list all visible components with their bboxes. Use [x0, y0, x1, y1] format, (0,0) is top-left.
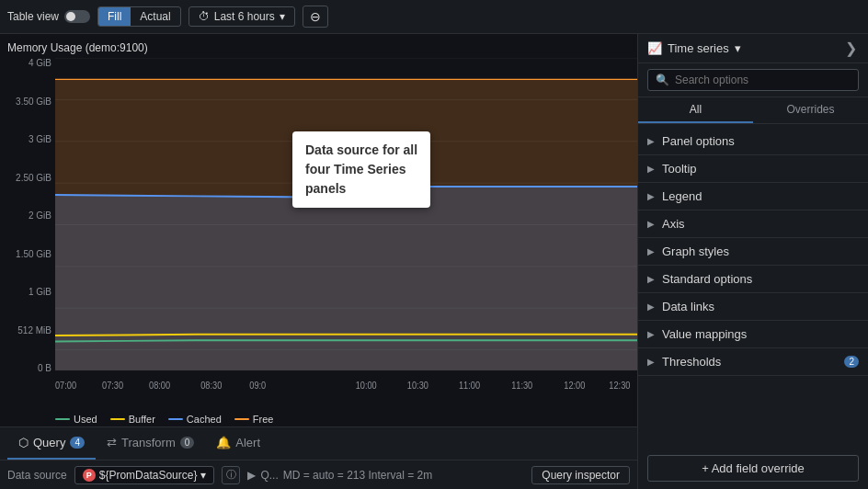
- legend-item-buffer: Buffer: [110, 414, 155, 425]
- y-label-3: 2.50 GiB: [16, 173, 51, 183]
- legend-label-cached: Cached: [187, 414, 222, 425]
- option-standard-options[interactable]: ▶ Standard options: [638, 266, 868, 293]
- right-panel: 📈 Time series ▾ ❯ 🔍 All Overrides ▶ Pane…: [638, 34, 868, 489]
- option-graph-styles[interactable]: ▶ Graph styles: [638, 238, 868, 266]
- time-series-icon: 📈: [647, 41, 662, 55]
- option-tooltip[interactable]: ▶ Tooltip: [638, 155, 868, 183]
- top-bar: Table view Fill Actual ⏱ Last 6 hours ▾ …: [0, 0, 868, 34]
- option-legend-label: Legend: [662, 189, 702, 203]
- query-tab-label: Query: [33, 436, 65, 449]
- info-button[interactable]: ⓘ: [222, 466, 240, 484]
- option-value-mappings[interactable]: ▶ Value mappings: [638, 321, 868, 348]
- datasource-value[interactable]: P ${PromDataSource} ▾: [74, 466, 215, 484]
- right-panel-header: 📈 Time series ▾ ❯: [638, 34, 868, 63]
- option-tooltip-label: Tooltip: [662, 162, 697, 176]
- search-icon: 🔍: [656, 74, 669, 86]
- legend-item-free: Free: [234, 414, 274, 425]
- tooltip-text: Data source for allfour Time Seriespanel…: [305, 142, 417, 196]
- left-panel: Memory Usage (demo:9100) 4 GiB 3.50 GiB …: [0, 34, 638, 489]
- zoom-out-button[interactable]: ⊖: [303, 6, 328, 28]
- legend-dot-used: [55, 418, 70, 420]
- fill-button[interactable]: Fill: [98, 7, 131, 26]
- chart-container: 4 GiB 3.50 GiB 3 GiB 2.50 GiB 2 GiB 1.50…: [7, 58, 637, 392]
- chart-area: Memory Usage (demo:9100) 4 GiB 3.50 GiB …: [0, 34, 637, 410]
- options-list: ▶ Panel options ▶ Tooltip ▶ Legend ▶ Axi…: [638, 124, 868, 448]
- svg-text:11:00: 11:00: [459, 379, 480, 391]
- transform-icon: ⇄: [107, 436, 117, 449]
- alert-tab-label: Alert: [235, 436, 260, 449]
- search-bar: 🔍: [638, 63, 868, 97]
- search-input[interactable]: [675, 74, 851, 86]
- query-inspector-button[interactable]: Query inspector: [531, 466, 630, 484]
- tab-query[interactable]: ⬡ Query 4: [7, 427, 96, 460]
- option-axis[interactable]: ▶ Axis: [638, 210, 868, 238]
- query-short-label: Q...: [260, 469, 278, 482]
- option-data-links-label: Data links: [662, 300, 714, 313]
- svg-text:07:00: 07:00: [55, 379, 76, 391]
- tooltip-popup: Data source for allfour Time Seriespanel…: [292, 131, 430, 208]
- tab-overrides[interactable]: Overrides: [753, 97, 868, 123]
- query-meta-text: MD = auto = 213 Interval = 2m: [283, 469, 432, 482]
- datasource-name: ${PromDataSource}: [99, 469, 198, 482]
- svg-text:10:30: 10:30: [407, 379, 428, 391]
- all-overrides-tabs: All Overrides: [638, 97, 868, 124]
- tab-transform[interactable]: ⇄ Transform 0: [96, 427, 205, 460]
- chart-title: Memory Usage (demo:9100): [7, 41, 637, 54]
- panel-nav-next-button[interactable]: ❯: [843, 40, 859, 57]
- option-graph-styles-label: Graph styles: [662, 244, 729, 258]
- toggle-knob: [66, 12, 75, 21]
- search-input-wrapper: 🔍: [647, 69, 859, 91]
- legend-dot-buffer: [110, 418, 125, 420]
- svg-text:10:00: 10:00: [356, 379, 377, 391]
- chevron-standard-options: ▶: [647, 274, 655, 284]
- bottom-tabs: ⬡ Query 4 ⇄ Transform 0 🔔 Alert: [0, 426, 637, 460]
- time-range-button[interactable]: ⏱ Last 6 hours ▾: [188, 6, 295, 27]
- chart-legend: Used Buffer Cached Free: [0, 410, 637, 426]
- tab-all[interactable]: All: [638, 97, 753, 123]
- chevron-thresholds: ▶: [647, 357, 655, 367]
- svg-text:07:30: 07:30: [102, 379, 123, 391]
- y-label-2: 3 GiB: [29, 134, 51, 144]
- legend-label-free: Free: [253, 414, 274, 425]
- chevron-value-mappings: ▶: [647, 329, 655, 339]
- y-label-1: 3.50 GiB: [16, 97, 51, 107]
- table-view-label: Table view: [7, 10, 59, 23]
- option-axis-label: Axis: [662, 217, 685, 231]
- chevron-panel-options: ▶: [647, 136, 655, 146]
- tab-alert[interactable]: 🔔 Alert: [205, 427, 271, 460]
- option-thresholds[interactable]: ▶ Thresholds 2: [638, 348, 868, 376]
- y-label-4: 2 GiB: [29, 210, 51, 221]
- option-value-mappings-label: Value mappings: [662, 327, 747, 341]
- option-panel-options[interactable]: ▶ Panel options: [638, 128, 868, 155]
- option-panel-options-label: Panel options: [662, 134, 735, 148]
- svg-text:08:00: 08:00: [149, 379, 170, 391]
- svg-text:08:30: 08:30: [200, 379, 222, 391]
- toggle-switch[interactable]: [64, 10, 90, 23]
- prometheus-icon: P: [83, 469, 96, 482]
- add-override-button[interactable]: + Add field override: [647, 455, 859, 482]
- option-data-links[interactable]: ▶ Data links: [638, 293, 868, 321]
- legend-item-cached: Cached: [168, 414, 222, 425]
- svg-text:12:00: 12:00: [564, 379, 585, 391]
- panel-type-selector[interactable]: 📈 Time series ▾: [647, 41, 741, 55]
- legend-label-used: Used: [74, 414, 97, 425]
- table-view-toggle[interactable]: Table view: [7, 10, 90, 23]
- chevron-legend: ▶: [647, 191, 655, 201]
- actual-button[interactable]: Actual: [131, 7, 179, 26]
- main-content: Memory Usage (demo:9100) 4 GiB 3.50 GiB …: [0, 34, 868, 489]
- option-thresholds-label: Thresholds: [662, 355, 721, 369]
- legend-label-buffer: Buffer: [129, 414, 155, 425]
- chevron-graph-styles: ▶: [647, 246, 655, 256]
- thresholds-badge: 2: [844, 356, 859, 368]
- query-icon: ⬡: [18, 436, 29, 449]
- chevron-right-icon: ▶: [247, 469, 256, 482]
- chevron-down-panel-icon: ▾: [735, 41, 741, 55]
- alert-icon: 🔔: [216, 436, 231, 449]
- legend-dot-free: [234, 418, 249, 420]
- y-label-0: 4 GiB: [29, 58, 51, 68]
- option-legend[interactable]: ▶ Legend: [638, 183, 868, 210]
- chevron-data-links: ▶: [647, 301, 655, 312]
- y-label-6: 1 GiB: [29, 287, 51, 297]
- bottom-status: Data source P ${PromDataSource} ▾ ⓘ ▶ Q.…: [0, 460, 637, 489]
- option-standard-options-label: Standard options: [662, 272, 752, 286]
